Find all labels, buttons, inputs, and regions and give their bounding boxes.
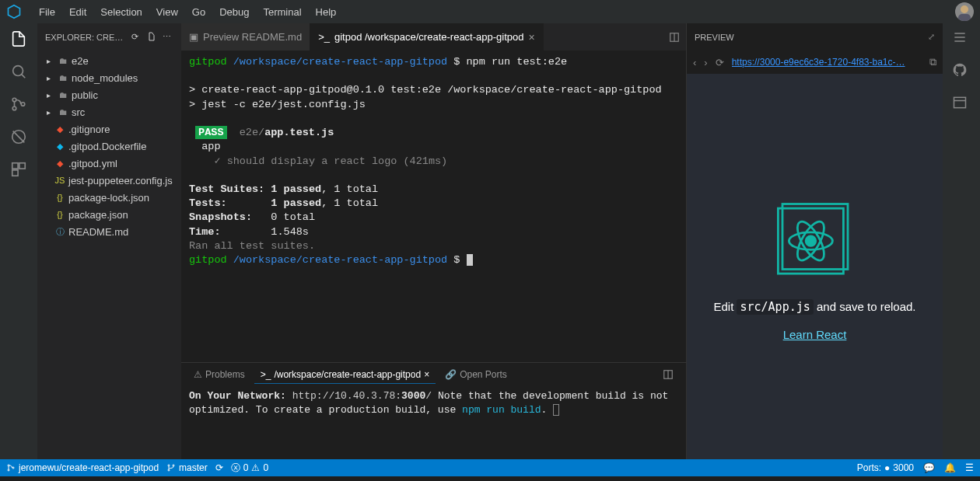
svg-point-1 (961, 5, 968, 13)
outline-icon[interactable] (952, 30, 971, 48)
preview-toolbar: ‹ › ⟳ https://3000-e9ec6c3e-1720-4f83-ba… (687, 51, 943, 74)
status-sync[interactable]: ⟳ (215, 462, 223, 473)
browser-icon[interactable] (952, 95, 971, 113)
tree-item-public[interactable]: ▸🖿public (37, 86, 181, 103)
tree-item-e2e[interactable]: ▸🖿e2e (37, 52, 181, 69)
status-ports[interactable]: Ports: ● 3000 (857, 462, 914, 473)
svg-rect-11 (19, 163, 25, 169)
tree-item-gitpod-yml[interactable]: ◆.gitpod.yml (37, 155, 181, 172)
tree-item-package-json[interactable]: {}package.json (37, 206, 181, 223)
svg-rect-2 (958, 14, 971, 21)
close-icon[interactable]: × (424, 369, 429, 380)
explorer-sidebar: EXPLORER: CREA… ⟳ ⋯ ▸🖿e2e ▸🖿node_modules… (37, 23, 181, 459)
preview-title: PREVIEW (695, 33, 734, 42)
bottom-panel: ⚠Problems >_/workspace/create-react-app-… (181, 362, 686, 459)
status-repo[interactable]: jeromewu/create-react-app-gitpod (6, 462, 159, 473)
svg-point-7 (21, 103, 25, 106)
svg-point-30 (12, 467, 14, 469)
extensions-icon[interactable] (9, 160, 28, 179)
react-logo-icon (761, 193, 870, 286)
refresh-icon[interactable]: ⟳ (131, 32, 142, 43)
menu-terminal[interactable]: Terminal (257, 3, 307, 21)
tree-item-jest-config[interactable]: JSjest-puppeteer.config.js (37, 172, 181, 189)
debug-icon[interactable] (9, 127, 28, 146)
explorer-header: EXPLORER: CREA… ⟳ ⋯ (37, 23, 181, 51)
editor-tabs: ▣Preview README.md >_gitpod /workspace/c… (181, 23, 686, 51)
menu-selection[interactable]: Selection (94, 3, 148, 21)
forward-icon[interactable]: › (704, 57, 707, 68)
svg-line-4 (22, 75, 26, 78)
source-control-icon[interactable] (9, 95, 28, 113)
svg-rect-26 (954, 97, 966, 107)
preview-tab-icon: ▣ (189, 31, 198, 43)
svg-point-6 (12, 106, 16, 110)
back-icon[interactable]: ‹ (693, 57, 696, 68)
alert-icon: ⚠ (194, 369, 202, 380)
editor-area: ▣Preview README.md >_gitpod /workspace/c… (181, 23, 686, 459)
file-tree: ▸🖿e2e ▸🖿node_modules ▸🖿public ▸🖿src ◆.gi… (37, 51, 181, 242)
svg-rect-12 (12, 170, 18, 176)
learn-react-link[interactable]: Learn React (783, 328, 847, 341)
svg-rect-10 (12, 163, 18, 169)
tree-item-gitignore[interactable]: ◆.gitignore (37, 120, 181, 138)
tree-item-dockerfile[interactable]: ◆.gitpod.Dockerfile (37, 138, 181, 155)
more-icon[interactable]: ⋯ (163, 32, 173, 43)
gitpod-logo (6, 4, 22, 19)
explorer-title: EXPLORER: CREA… (45, 33, 127, 42)
panel-tab-ports[interactable]: 🔗Open Ports (439, 366, 513, 383)
terminal-panel-icon: >_ (261, 369, 271, 380)
main-terminal[interactable]: gitpod /workspace/create-react-app-gitpo… (181, 51, 686, 362)
search-icon[interactable] (9, 62, 28, 81)
tab-preview-readme[interactable]: ▣Preview README.md (181, 23, 310, 51)
menu-go[interactable]: Go (186, 3, 212, 21)
explorer-icon[interactable] (9, 30, 28, 48)
tab-terminal[interactable]: >_gitpod /workspace/create-react-app-git… (310, 23, 544, 51)
split-editor-icon[interactable] (669, 32, 680, 43)
github-icon[interactable] (952, 62, 971, 81)
svg-point-31 (168, 465, 170, 466)
preview-edit-text: Edit src/App.js and save to reload. (713, 300, 915, 314)
tab-actions (663, 32, 686, 43)
svg-point-33 (173, 465, 174, 466)
menu-edit[interactable]: Edit (63, 3, 93, 21)
status-bell-icon[interactable]: 🔔 (944, 462, 956, 473)
status-menu-icon[interactable]: ☰ (965, 462, 974, 473)
status-problems[interactable]: ⓧ 0 ⚠ 0 (231, 462, 268, 475)
preview-body: Edit src/App.js and save to reload. Lear… (687, 74, 943, 459)
status-feedback-icon[interactable]: 💬 (923, 462, 935, 473)
right-activity-bar (943, 23, 980, 459)
terminal-cursor (467, 254, 473, 266)
preview-header: PREVIEW ⤢ (687, 23, 943, 51)
new-file-icon[interactable] (147, 32, 158, 43)
tree-item-readme[interactable]: ⓘREADME.md (37, 223, 181, 240)
close-icon[interactable]: × (529, 31, 535, 44)
tree-item-node-modules[interactable]: ▸🖿node_modules (37, 69, 181, 86)
svg-point-5 (12, 98, 16, 102)
open-window-icon[interactable]: ⧉ (929, 56, 936, 68)
tree-item-src[interactable]: ▸🖿src (37, 103, 181, 120)
panel-terminal[interactable]: On Your Network: http://10.40.3.78:3000/… (181, 386, 686, 459)
link-icon: 🔗 (445, 369, 457, 380)
activity-bar (0, 23, 37, 459)
svg-point-29 (8, 469, 9, 471)
menu-help[interactable]: Help (310, 3, 343, 21)
reload-icon[interactable]: ⟳ (716, 57, 724, 68)
panel-tab-problems[interactable]: ⚠Problems (187, 366, 251, 383)
svg-point-28 (8, 465, 9, 466)
open-external-icon[interactable]: ⤢ (928, 32, 935, 42)
panel-tabs: ⚠Problems >_/workspace/create-react-app-… (181, 363, 686, 386)
menu-view[interactable]: View (150, 3, 184, 21)
status-bar: jeromewu/create-react-app-gitpod master … (0, 459, 980, 476)
split-panel-icon[interactable] (663, 369, 674, 380)
tree-item-package-lock[interactable]: {}package-lock.json (37, 189, 181, 206)
user-avatar[interactable] (955, 2, 974, 21)
menu-file[interactable]: File (33, 3, 61, 21)
top-menu-bar: File Edit Selection View Go Debug Termin… (0, 0, 980, 23)
status-branch[interactable]: master (166, 462, 208, 473)
svg-line-9 (13, 131, 25, 143)
menu-debug[interactable]: Debug (213, 3, 255, 21)
panel-tab-terminal[interactable]: >_/workspace/create-react-app-gitpod × (254, 366, 436, 384)
preview-url[interactable]: https://3000-e9ec6c3e-1720-4f83-ba1c-… (732, 57, 922, 68)
svg-point-32 (168, 469, 170, 471)
preview-pane: PREVIEW ⤢ ‹ › ⟳ https://3000-e9ec6c3e-17… (686, 23, 943, 459)
